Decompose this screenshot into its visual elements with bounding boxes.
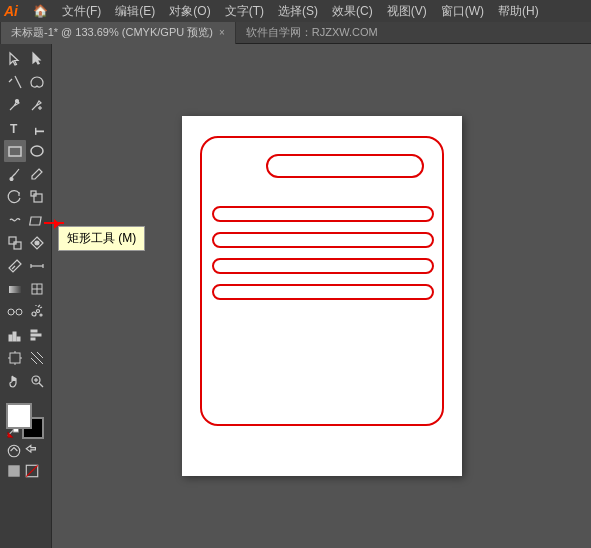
tool-row-8	[2, 209, 50, 231]
rectangle-tool[interactable]	[4, 140, 26, 162]
svg-point-24	[8, 309, 14, 315]
pen-tool[interactable]	[4, 94, 26, 116]
column-graph-tool[interactable]	[4, 324, 26, 346]
magic-wand-tool[interactable]	[4, 71, 26, 93]
artboard-tool[interactable]	[4, 347, 26, 369]
menu-home-icon[interactable]: 🏠	[26, 2, 55, 20]
tool-row-14	[2, 347, 50, 369]
lasso-tool[interactable]	[26, 71, 48, 93]
hand-tool[interactable]	[4, 370, 26, 392]
tool-row-1	[2, 48, 50, 70]
reset-colors-icon[interactable]	[6, 443, 22, 459]
toolbar: T T	[0, 44, 52, 548]
fill-stroke-row	[6, 463, 40, 479]
svg-line-40	[31, 352, 43, 364]
active-tab[interactable]: 未标题-1* @ 133.69% (CMYK/GPU 预览) ×	[0, 22, 236, 44]
shape-builder-tool[interactable]	[4, 232, 26, 254]
none-fill-icon[interactable]	[24, 463, 40, 479]
svg-text:T: T	[10, 122, 18, 136]
tool-row-11	[2, 278, 50, 300]
svg-rect-12	[29, 217, 40, 225]
svg-rect-14	[14, 242, 21, 249]
canvas-area[interactable]	[52, 44, 591, 548]
select-tool[interactable]	[4, 48, 26, 70]
rotate-tool[interactable]	[4, 186, 26, 208]
menu-edit[interactable]: 编辑(E)	[108, 1, 162, 22]
warp-tool[interactable]	[4, 209, 26, 231]
svg-line-16	[12, 266, 15, 269]
paintbrush-tool[interactable]	[4, 163, 26, 185]
pencil-tool[interactable]	[26, 163, 48, 185]
menu-bar: Ai 🏠 文件(F) 编辑(E) 对象(O) 文字(T) 选择(S) 效果(C)…	[0, 0, 591, 22]
color-fill-icon[interactable]	[6, 463, 22, 479]
tool-row-3	[2, 94, 50, 116]
bar-graph-tool[interactable]	[26, 324, 48, 346]
zoom-tool[interactable]	[26, 370, 48, 392]
svg-rect-13	[9, 237, 16, 244]
svg-point-9	[10, 178, 13, 181]
small-tools-row	[6, 443, 40, 459]
svg-line-41	[37, 352, 43, 358]
gradient-tool[interactable]	[4, 278, 26, 300]
outer-rectangle	[200, 136, 444, 426]
menu-text[interactable]: 文字(T)	[218, 1, 271, 22]
content-line-2	[212, 232, 434, 248]
svg-rect-20	[9, 286, 21, 293]
artboard	[182, 116, 462, 476]
svg-rect-10	[34, 194, 42, 202]
svg-point-27	[36, 310, 39, 313]
tool-row-5	[2, 140, 50, 162]
tool-row-9	[2, 232, 50, 254]
symbol-sprayer-tool[interactable]	[26, 301, 48, 323]
svg-point-25	[16, 309, 22, 315]
svg-line-42	[31, 358, 37, 364]
content-line-4	[212, 284, 434, 300]
svg-line-44	[39, 383, 43, 387]
secondary-tab: 软件自学网：RJZXW.COM	[236, 22, 388, 44]
secondary-tab-label: 软件自学网：RJZXW.COM	[246, 25, 378, 40]
svg-rect-31	[17, 337, 20, 341]
menu-effect[interactable]: 效果(C)	[325, 1, 380, 22]
swap-fg-bg-icon[interactable]	[24, 443, 40, 459]
svg-point-2	[15, 100, 18, 103]
svg-rect-35	[10, 353, 20, 363]
content-line-3	[212, 258, 434, 274]
type-tool[interactable]: T	[4, 117, 26, 139]
scale-tool[interactable]	[26, 186, 48, 208]
svg-line-1	[9, 79, 12, 82]
tab-bar: 未标题-1* @ 133.69% (CMYK/GPU 预览) × 软件自学网：R…	[0, 22, 591, 44]
tool-pointer-arrow	[44, 222, 64, 224]
tool-row-10	[2, 255, 50, 277]
menu-select[interactable]: 选择(S)	[271, 1, 325, 22]
foreground-color[interactable]	[6, 403, 32, 429]
svg-point-8	[31, 146, 43, 156]
mesh-tool[interactable]	[26, 278, 48, 300]
slice-tool[interactable]	[26, 347, 48, 369]
blend-tool[interactable]	[4, 301, 26, 323]
ellipse-tool[interactable]	[26, 140, 48, 162]
tool-row-7	[2, 186, 50, 208]
add-anchor-tool[interactable]	[26, 94, 48, 116]
app-logo: Ai	[4, 3, 18, 19]
menu-file[interactable]: 文件(F)	[55, 1, 108, 22]
top-pill	[266, 154, 424, 178]
free-transform-tool[interactable]	[26, 209, 48, 231]
svg-rect-7	[9, 147, 21, 156]
type-vertical-tool[interactable]: T	[26, 117, 48, 139]
live-paint-tool[interactable]	[26, 232, 48, 254]
tool-row-6	[2, 163, 50, 185]
tab-close-button[interactable]: ×	[219, 27, 225, 38]
eyedropper-tool[interactable]	[4, 255, 26, 277]
tool-row-15	[2, 370, 50, 392]
direct-select-tool[interactable]	[26, 48, 48, 70]
menu-window[interactable]: 窗口(W)	[434, 1, 491, 22]
menu-object[interactable]: 对象(O)	[162, 1, 217, 22]
color-swatches	[6, 403, 50, 441]
svg-rect-33	[31, 334, 41, 336]
measure-tool[interactable]	[26, 255, 48, 277]
svg-line-53	[26, 465, 37, 476]
menu-help[interactable]: 帮助(H)	[491, 1, 546, 22]
svg-rect-29	[9, 335, 12, 341]
svg-point-15	[35, 241, 39, 245]
menu-view[interactable]: 视图(V)	[380, 1, 434, 22]
